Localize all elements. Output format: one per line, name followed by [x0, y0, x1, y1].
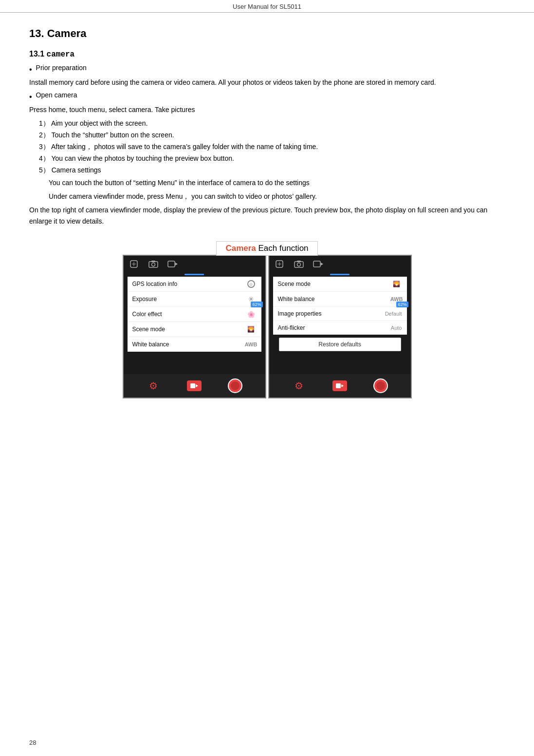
right-image-props-value: Default — [385, 311, 402, 317]
left-shutter-btn[interactable] — [228, 378, 242, 393]
preparation-body: Install memory card before using the cam… — [29, 78, 436, 86]
bullet-text-2: Open camera — [36, 91, 77, 99]
svg-rect-18 — [336, 383, 341, 388]
chapter-name: Camera — [47, 27, 87, 39]
top-video-icon — [167, 259, 178, 269]
step-2: 2） Touch the “shutter” button on the scr… — [39, 130, 505, 140]
right-top-icons — [274, 259, 324, 269]
right-blue-selection-line — [330, 274, 350, 275]
right-shutter-btn[interactable] — [373, 378, 388, 393]
section-title: 13.1 camera — [29, 50, 505, 59]
left-badge: 62% — [251, 302, 262, 307]
svg-marker-19 — [341, 384, 344, 387]
page-number: 28 — [29, 739, 36, 746]
left-top-bar — [124, 256, 265, 272]
bullet-open-camera: • Open camera — [29, 91, 505, 102]
camera-banner-camera: Camera — [225, 244, 256, 253]
left-blue-selection-line — [184, 274, 204, 275]
camera-settings-lines: You can touch the button of “setting Men… — [49, 177, 505, 202]
svg-rect-15 — [297, 261, 301, 262]
right-menu-image-props[interactable]: Image properties Default — [273, 307, 407, 321]
right-camera-menu: Scene mode 🌄 White balance AWB Image pro… — [273, 277, 407, 335]
top-gps-icon — [129, 259, 139, 269]
svg-rect-16 — [313, 261, 320, 267]
right-phone-screen: Scene mode 🌄 White balance AWB Image pro… — [268, 255, 412, 398]
right-menu-anti-flicker[interactable]: Anti-flicker Auto — [273, 321, 407, 335]
bullet-prior-preparation: • Prior preparation — [29, 64, 505, 75]
page-header: User Manual for SL5011 — [0, 0, 534, 13]
svg-rect-8 — [190, 383, 195, 388]
right-top-video-icon — [313, 259, 324, 269]
svg-rect-6 — [168, 261, 175, 267]
svg-point-14 — [297, 263, 300, 266]
left-menu-color-effect[interactable]: Color effect 🌸 — [128, 307, 261, 322]
left-menu-exposure[interactable]: Exposure ✳ — [128, 292, 261, 307]
camera-banner: Camera Each function — [216, 241, 317, 256]
preparation-text: Install memory card before using the cam… — [29, 77, 505, 88]
settings-line-1: You can touch the button of “setting Men… — [49, 177, 505, 188]
scene-mode-menu-icon: 🌄 — [246, 325, 257, 333]
step-1: 1） Aim your object with the screen. — [39, 118, 505, 129]
main-content: 13. Camera 13.1 camera • Prior preparati… — [0, 13, 534, 418]
right-video-btn[interactable] — [332, 378, 347, 393]
section-number: 13.1 — [29, 50, 44, 58]
section-label: camera — [47, 50, 75, 59]
screenshots-container: GPS location info ◎ Exposure ✳ Color eff… — [29, 255, 505, 398]
svg-point-4 — [151, 263, 155, 266]
top-camera-icon — [148, 259, 159, 269]
open-camera-text: Press home, touch menu, select camera. T… — [29, 104, 505, 115]
svg-marker-17 — [321, 263, 323, 265]
color-effect-menu-icon: 🌸 — [246, 310, 257, 318]
right-bottom-bar: ⚙ — [269, 374, 411, 397]
left-menu-gps[interactable]: GPS location info ◎ — [128, 277, 261, 292]
left-menu-white-balance[interactable]: White balance AWB — [128, 337, 261, 352]
right-anti-flicker-value: Auto — [391, 325, 402, 331]
right-top-camera-icon — [294, 259, 304, 269]
right-top-bar — [269, 256, 411, 272]
numbered-steps: 1） Aim your object with the screen. 2） T… — [39, 118, 505, 175]
restore-defaults-btn[interactable]: Restore defaults — [279, 338, 401, 351]
left-top-icons — [129, 259, 178, 269]
left-phone-screen: GPS location info ◎ Exposure ✳ Color eff… — [123, 255, 266, 398]
wb-menu-icon: AWB — [246, 340, 257, 348]
bullet-dot-1: • — [29, 64, 32, 75]
header-title: User Manual for SL5011 — [233, 3, 301, 10]
step-4: 4） You can view the photos by touching t… — [39, 153, 505, 164]
right-top-gps-icon — [274, 259, 285, 269]
right-menu-scene-mode[interactable]: Scene mode 🌄 — [273, 277, 407, 292]
left-video-btn[interactable] — [187, 378, 202, 393]
section-13-1: 13.1 camera • Prior preparation Install … — [29, 50, 505, 227]
camera-banner-area: Camera Each function — [29, 241, 505, 256]
settings-line-2: Under camera viewfinder mode, press Menu… — [49, 191, 505, 202]
svg-marker-9 — [196, 384, 198, 387]
right-menu-white-balance[interactable]: White balance AWB — [273, 292, 407, 307]
open-camera-body: Press home, touch menu, select camera. T… — [29, 106, 195, 113]
right-badge: 62% — [396, 302, 408, 307]
svg-rect-5 — [151, 261, 155, 262]
left-gear-icon[interactable]: ⚙ — [146, 378, 161, 393]
gps-menu-icon: ◎ — [246, 280, 257, 288]
bullet-dot-2: • — [29, 92, 32, 102]
svg-marker-7 — [175, 263, 178, 265]
step-5: 5） Camera settings — [39, 165, 505, 175]
right-gear-icon[interactable]: ⚙ — [292, 378, 306, 393]
right-scene-icon: 🌄 — [391, 280, 402, 288]
left-bottom-bar: ⚙ — [124, 374, 265, 397]
chapter-number: 13. — [29, 27, 44, 39]
step-3: 3） After taking， photos will save to the… — [39, 142, 505, 152]
left-camera-menu: GPS location info ◎ Exposure ✳ Color eff… — [128, 277, 261, 352]
bullet-text-1: Prior preparation — [36, 64, 87, 72]
chapter-title: 13. Camera — [29, 27, 505, 40]
settings-line-3: On the top right of camera viewfinder mo… — [29, 205, 505, 227]
camera-banner-rest: Each function — [256, 244, 309, 253]
left-menu-scene-mode[interactable]: Scene mode 🌄 — [128, 322, 261, 337]
